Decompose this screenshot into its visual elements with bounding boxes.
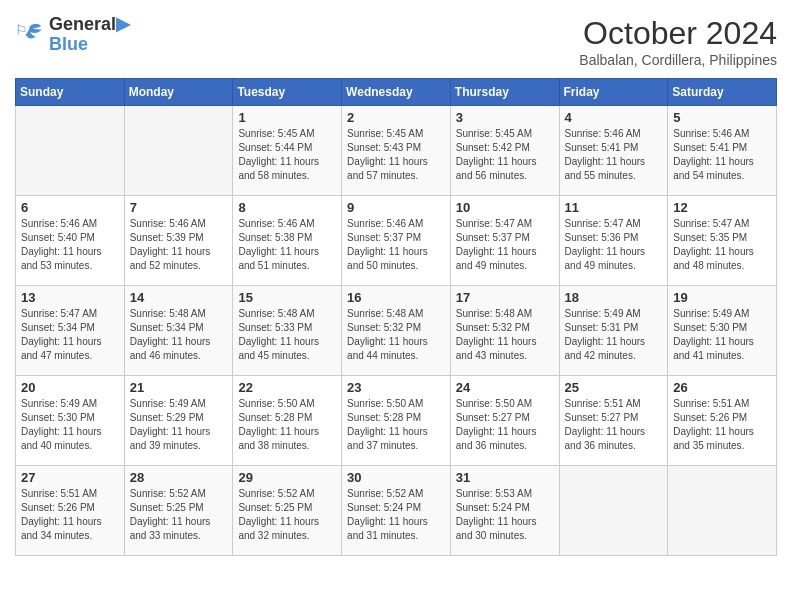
weekday-header: Tuesday: [233, 79, 342, 106]
calendar-cell: 16Sunrise: 5:48 AM Sunset: 5:32 PM Dayli…: [342, 286, 451, 376]
day-number: 21: [130, 380, 228, 395]
day-number: 30: [347, 470, 445, 485]
calendar-week-row: 6Sunrise: 5:46 AM Sunset: 5:40 PM Daylig…: [16, 196, 777, 286]
day-info: Sunrise: 5:48 AM Sunset: 5:32 PM Dayligh…: [456, 307, 554, 363]
calendar-cell: [16, 106, 125, 196]
day-number: 23: [347, 380, 445, 395]
calendar-cell: 12Sunrise: 5:47 AM Sunset: 5:35 PM Dayli…: [668, 196, 777, 286]
day-info: Sunrise: 5:48 AM Sunset: 5:32 PM Dayligh…: [347, 307, 445, 363]
page-header: ⚐ General▶ Blue October 2024 Balbalan, C…: [15, 15, 777, 68]
weekday-header: Wednesday: [342, 79, 451, 106]
calendar-cell: 14Sunrise: 5:48 AM Sunset: 5:34 PM Dayli…: [124, 286, 233, 376]
day-number: 5: [673, 110, 771, 125]
day-number: 10: [456, 200, 554, 215]
weekday-header: Thursday: [450, 79, 559, 106]
calendar-cell: 23Sunrise: 5:50 AM Sunset: 5:28 PM Dayli…: [342, 376, 451, 466]
calendar-table: SundayMondayTuesdayWednesdayThursdayFrid…: [15, 78, 777, 556]
day-info: Sunrise: 5:51 AM Sunset: 5:26 PM Dayligh…: [21, 487, 119, 543]
calendar-cell: 8Sunrise: 5:46 AM Sunset: 5:38 PM Daylig…: [233, 196, 342, 286]
calendar-week-row: 27Sunrise: 5:51 AM Sunset: 5:26 PM Dayli…: [16, 466, 777, 556]
calendar-week-row: 1Sunrise: 5:45 AM Sunset: 5:44 PM Daylig…: [16, 106, 777, 196]
day-number: 17: [456, 290, 554, 305]
day-info: Sunrise: 5:48 AM Sunset: 5:33 PM Dayligh…: [238, 307, 336, 363]
calendar-header: SundayMondayTuesdayWednesdayThursdayFrid…: [16, 79, 777, 106]
logo: ⚐ General▶ Blue: [15, 15, 130, 55]
day-number: 4: [565, 110, 663, 125]
day-info: Sunrise: 5:50 AM Sunset: 5:27 PM Dayligh…: [456, 397, 554, 453]
day-info: Sunrise: 5:51 AM Sunset: 5:26 PM Dayligh…: [673, 397, 771, 453]
calendar-cell: 6Sunrise: 5:46 AM Sunset: 5:40 PM Daylig…: [16, 196, 125, 286]
calendar-cell: 13Sunrise: 5:47 AM Sunset: 5:34 PM Dayli…: [16, 286, 125, 376]
day-info: Sunrise: 5:46 AM Sunset: 5:41 PM Dayligh…: [673, 127, 771, 183]
calendar-cell: 5Sunrise: 5:46 AM Sunset: 5:41 PM Daylig…: [668, 106, 777, 196]
day-info: Sunrise: 5:47 AM Sunset: 5:34 PM Dayligh…: [21, 307, 119, 363]
calendar-cell: 1Sunrise: 5:45 AM Sunset: 5:44 PM Daylig…: [233, 106, 342, 196]
calendar-cell: [668, 466, 777, 556]
day-number: 25: [565, 380, 663, 395]
calendar-cell: 26Sunrise: 5:51 AM Sunset: 5:26 PM Dayli…: [668, 376, 777, 466]
day-info: Sunrise: 5:52 AM Sunset: 5:25 PM Dayligh…: [130, 487, 228, 543]
day-number: 22: [238, 380, 336, 395]
day-number: 16: [347, 290, 445, 305]
calendar-cell: 9Sunrise: 5:46 AM Sunset: 5:37 PM Daylig…: [342, 196, 451, 286]
day-info: Sunrise: 5:47 AM Sunset: 5:37 PM Dayligh…: [456, 217, 554, 273]
svg-text:⚐: ⚐: [15, 23, 28, 38]
day-number: 14: [130, 290, 228, 305]
day-info: Sunrise: 5:52 AM Sunset: 5:25 PM Dayligh…: [238, 487, 336, 543]
weekday-header: Saturday: [668, 79, 777, 106]
calendar-cell: 20Sunrise: 5:49 AM Sunset: 5:30 PM Dayli…: [16, 376, 125, 466]
day-info: Sunrise: 5:47 AM Sunset: 5:36 PM Dayligh…: [565, 217, 663, 273]
day-info: Sunrise: 5:45 AM Sunset: 5:43 PM Dayligh…: [347, 127, 445, 183]
calendar-week-row: 20Sunrise: 5:49 AM Sunset: 5:30 PM Dayli…: [16, 376, 777, 466]
day-info: Sunrise: 5:49 AM Sunset: 5:30 PM Dayligh…: [673, 307, 771, 363]
day-number: 26: [673, 380, 771, 395]
day-number: 9: [347, 200, 445, 215]
calendar-cell: 4Sunrise: 5:46 AM Sunset: 5:41 PM Daylig…: [559, 106, 668, 196]
day-number: 28: [130, 470, 228, 485]
calendar-cell: 18Sunrise: 5:49 AM Sunset: 5:31 PM Dayli…: [559, 286, 668, 376]
month-title: October 2024: [579, 15, 777, 52]
day-number: 19: [673, 290, 771, 305]
day-info: Sunrise: 5:49 AM Sunset: 5:29 PM Dayligh…: [130, 397, 228, 453]
calendar-cell: [559, 466, 668, 556]
calendar-cell: 17Sunrise: 5:48 AM Sunset: 5:32 PM Dayli…: [450, 286, 559, 376]
day-info: Sunrise: 5:46 AM Sunset: 5:38 PM Dayligh…: [238, 217, 336, 273]
calendar-cell: 19Sunrise: 5:49 AM Sunset: 5:30 PM Dayli…: [668, 286, 777, 376]
day-number: 20: [21, 380, 119, 395]
day-info: Sunrise: 5:52 AM Sunset: 5:24 PM Dayligh…: [347, 487, 445, 543]
calendar-cell: [124, 106, 233, 196]
calendar-cell: 15Sunrise: 5:48 AM Sunset: 5:33 PM Dayli…: [233, 286, 342, 376]
logo-icon: ⚐: [15, 20, 45, 50]
day-info: Sunrise: 5:53 AM Sunset: 5:24 PM Dayligh…: [456, 487, 554, 543]
day-info: Sunrise: 5:49 AM Sunset: 5:30 PM Dayligh…: [21, 397, 119, 453]
day-info: Sunrise: 5:47 AM Sunset: 5:35 PM Dayligh…: [673, 217, 771, 273]
day-info: Sunrise: 5:45 AM Sunset: 5:42 PM Dayligh…: [456, 127, 554, 183]
day-number: 1: [238, 110, 336, 125]
weekday-header: Friday: [559, 79, 668, 106]
day-info: Sunrise: 5:45 AM Sunset: 5:44 PM Dayligh…: [238, 127, 336, 183]
day-number: 12: [673, 200, 771, 215]
day-number: 24: [456, 380, 554, 395]
calendar-cell: 22Sunrise: 5:50 AM Sunset: 5:28 PM Dayli…: [233, 376, 342, 466]
day-number: 11: [565, 200, 663, 215]
calendar-cell: 30Sunrise: 5:52 AM Sunset: 5:24 PM Dayli…: [342, 466, 451, 556]
calendar-cell: 27Sunrise: 5:51 AM Sunset: 5:26 PM Dayli…: [16, 466, 125, 556]
day-info: Sunrise: 5:46 AM Sunset: 5:37 PM Dayligh…: [347, 217, 445, 273]
day-number: 27: [21, 470, 119, 485]
day-number: 31: [456, 470, 554, 485]
calendar-cell: 28Sunrise: 5:52 AM Sunset: 5:25 PM Dayli…: [124, 466, 233, 556]
day-info: Sunrise: 5:46 AM Sunset: 5:40 PM Dayligh…: [21, 217, 119, 273]
calendar-cell: 29Sunrise: 5:52 AM Sunset: 5:25 PM Dayli…: [233, 466, 342, 556]
day-info: Sunrise: 5:46 AM Sunset: 5:41 PM Dayligh…: [565, 127, 663, 183]
day-number: 29: [238, 470, 336, 485]
calendar-cell: 7Sunrise: 5:46 AM Sunset: 5:39 PM Daylig…: [124, 196, 233, 286]
day-info: Sunrise: 5:50 AM Sunset: 5:28 PM Dayligh…: [347, 397, 445, 453]
day-info: Sunrise: 5:49 AM Sunset: 5:31 PM Dayligh…: [565, 307, 663, 363]
day-info: Sunrise: 5:46 AM Sunset: 5:39 PM Dayligh…: [130, 217, 228, 273]
day-number: 15: [238, 290, 336, 305]
calendar-week-row: 13Sunrise: 5:47 AM Sunset: 5:34 PM Dayli…: [16, 286, 777, 376]
day-number: 3: [456, 110, 554, 125]
weekday-header: Sunday: [16, 79, 125, 106]
calendar-cell: 31Sunrise: 5:53 AM Sunset: 5:24 PM Dayli…: [450, 466, 559, 556]
day-info: Sunrise: 5:48 AM Sunset: 5:34 PM Dayligh…: [130, 307, 228, 363]
